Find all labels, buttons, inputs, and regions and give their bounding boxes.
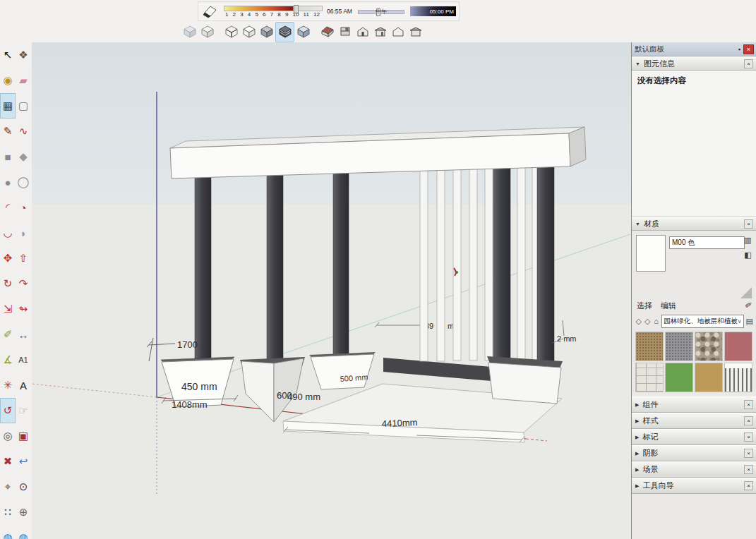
eyedropper-icon[interactable]: ✐	[744, 300, 752, 311]
month-label-12[interactable]: 12	[313, 11, 320, 18]
expand-triangle-icon[interactable]: ▶	[635, 418, 639, 424]
section-plane-tool[interactable]: ⊕	[16, 499, 31, 525]
shaded-icon[interactable]	[258, 23, 275, 42]
expand-triangle-icon[interactable]: ▶	[635, 435, 639, 440]
pergola-back-slats[interactable]	[517, 159, 540, 365]
materials-close-icon[interactable]: ×	[744, 219, 753, 229]
month-label-7[interactable]: 7	[270, 11, 273, 18]
paint-bucket-tool[interactable]: ◉	[0, 68, 16, 93]
column-right-rear[interactable]	[537, 159, 554, 370]
material-swatch-gravel-brown[interactable]	[635, 332, 664, 361]
section-header-4[interactable]: ▶阴影×	[632, 445, 756, 461]
protractor-tool[interactable]: ∡	[0, 347, 16, 373]
hidden-tool-b[interactable]: ◍	[16, 525, 31, 539]
pergola-columns[interactable]	[195, 169, 349, 365]
offset-tool[interactable]: ↬	[16, 296, 31, 322]
materials-header[interactable]: ▼ 材质 ×	[632, 217, 756, 231]
month-label-3[interactable]: 3	[240, 11, 243, 18]
shadow-time-end[interactable]: 05:00 PM	[410, 6, 456, 16]
section-close-icon[interactable]: ×	[744, 481, 753, 490]
arc-tool[interactable]: ◜	[0, 195, 16, 220]
threed-text-tool[interactable]: A	[16, 373, 31, 398]
walk-tool[interactable]: ∷	[0, 499, 16, 525]
push-pull-tool[interactable]: ⇧	[16, 246, 31, 271]
hidden-tool-a[interactable]: ◍	[0, 525, 16, 539]
column-right-front[interactable]	[493, 162, 510, 374]
entity-info-header[interactable]: ▼ 图元信息 ×	[632, 56, 756, 71]
shadow-time-slider[interactable]: 中午	[358, 7, 404, 16]
entity-info-close-icon[interactable]: ×	[744, 59, 753, 68]
monochrome-icon[interactable]	[294, 23, 312, 42]
textured-box-tool[interactable]: ▦	[0, 93, 16, 119]
tab-select[interactable]: 选择	[637, 301, 652, 311]
scale-tool[interactable]: ⇲	[0, 296, 16, 322]
view-back-icon[interactable]	[389, 23, 407, 42]
pad-tool[interactable]: ▢	[16, 93, 31, 119]
create-material-icon[interactable]: ▥	[743, 235, 753, 246]
material-swatch-tan-ground[interactable]	[695, 363, 723, 392]
wireframe-icon[interactable]	[222, 23, 240, 42]
month-label-5[interactable]: 5	[255, 11, 258, 18]
collection-dropdown[interactable]: 园林绿化、地被层和植被 ∨	[661, 315, 743, 328]
sample-paint-icon[interactable]: ◧	[743, 250, 753, 260]
view-iso-icon[interactable]	[318, 23, 336, 42]
shaded-textures-icon[interactable]	[275, 22, 294, 42]
section-header-2[interactable]: ▶样式×	[632, 413, 756, 429]
material-name-field[interactable]	[669, 236, 745, 249]
material-swatch-gravel-gray[interactable]	[665, 332, 693, 361]
look-around-tool[interactable]: ⊙	[16, 474, 31, 499]
material-swatch-white-fence[interactable]	[724, 363, 752, 392]
footing-middle[interactable]	[309, 352, 376, 389]
section-header-5[interactable]: ▶场景×	[632, 461, 756, 478]
footing-right[interactable]	[487, 356, 563, 404]
xray-icon[interactable]	[181, 23, 198, 42]
zoom-window-tool[interactable]: ▣	[16, 423, 31, 449]
month-label-8[interactable]: 8	[277, 11, 280, 18]
select-tool[interactable]: ↖	[0, 42, 16, 68]
shadow-date-slider[interactable]: 123456789101112	[224, 4, 321, 19]
follow-me-tool[interactable]: ↷	[16, 271, 31, 296]
date-gradient-bar[interactable]	[224, 6, 323, 11]
dim-390[interactable]: 39 mm	[375, 322, 460, 330]
section-header-1[interactable]: ▶组件×	[632, 396, 756, 413]
previous-view-tool[interactable]: ↩	[16, 449, 31, 474]
surface-tool[interactable]: ◗	[16, 220, 31, 246]
view-right-icon[interactable]	[371, 23, 389, 42]
rotated-rectangle-tool[interactable]: ◆	[16, 144, 31, 169]
footing-pyramid[interactable]	[240, 357, 305, 422]
section-close-icon[interactable]: ×	[744, 449, 753, 458]
line-tool[interactable]: ✎	[0, 119, 16, 144]
section-close-icon[interactable]: ×	[744, 465, 753, 474]
view-left-icon[interactable]	[407, 23, 424, 42]
pan-tool[interactable]: ☞	[16, 398, 31, 423]
month-label-9[interactable]: 9	[285, 11, 288, 18]
month-label-4[interactable]: 4	[248, 11, 251, 18]
section-header-6[interactable]: ▶工具向导×	[632, 478, 756, 494]
view-front-icon[interactable]	[354, 23, 371, 42]
3d-viewport[interactable]: 39 mm	[32, 42, 631, 539]
rotate-tool[interactable]: ↻	[0, 271, 16, 296]
tape-measure-tool[interactable]: ✐	[0, 322, 16, 347]
detail-view-icon[interactable]: ▤	[746, 317, 753, 326]
back-edges-icon[interactable]	[198, 23, 216, 42]
circle-tool[interactable]: ●	[0, 169, 16, 195]
expand-triangle-icon[interactable]: ▶	[635, 451, 639, 456]
make-component-tool[interactable]: ❖	[16, 42, 31, 68]
panel-titlebar[interactable]: 默认面板 ▪ ×	[632, 42, 756, 56]
month-label-10[interactable]: 10	[292, 11, 299, 18]
month-label-1[interactable]: 1	[225, 11, 228, 18]
section-close-icon[interactable]: ×	[744, 416, 753, 425]
eraser-tool[interactable]: ▰	[16, 68, 31, 93]
material-swatch-cobblestone[interactable]	[695, 332, 723, 361]
zoom-extents-tool[interactable]: ✖	[0, 449, 16, 474]
month-label-2[interactable]: 2	[233, 11, 236, 18]
polygon-tool[interactable]: ◯	[16, 169, 31, 195]
model-scene[interactable]: 39 mm	[32, 42, 631, 539]
expand-triangle-icon[interactable]: ▶	[635, 402, 639, 408]
month-label-6[interactable]: 6	[263, 11, 265, 18]
section-close-icon[interactable]: ×	[744, 400, 753, 409]
freehand-tool[interactable]: ∿	[16, 119, 31, 144]
curve-tool[interactable]: ◡	[0, 220, 16, 246]
expand-triangle-icon[interactable]: ▶	[635, 483, 639, 489]
section-header-3[interactable]: ▶标记×	[632, 429, 756, 445]
